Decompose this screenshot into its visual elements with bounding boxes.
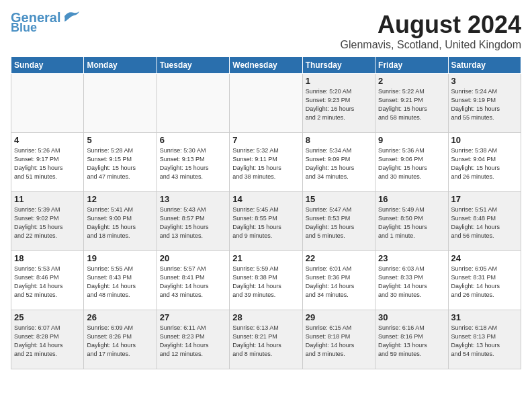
day-number: 26 — [87, 312, 153, 322]
day-number: 19 — [87, 253, 153, 263]
day-number: 23 — [378, 253, 445, 263]
calendar-cell: 25Sunrise: 6:07 AM Sunset: 8:28 PM Dayli… — [11, 310, 84, 369]
day-info: Sunrise: 5:36 AM Sunset: 9:06 PM Dayligh… — [378, 146, 445, 181]
page-header: General Blue August 2024 Glenmavis, Scot… — [11, 11, 521, 51]
month-year-title: August 2024 — [341, 11, 521, 39]
day-info: Sunrise: 5:53 AM Sunset: 8:46 PM Dayligh… — [14, 265, 81, 300]
day-number: 20 — [160, 253, 226, 263]
day-info: Sunrise: 5:49 AM Sunset: 8:50 PM Dayligh… — [378, 205, 445, 240]
day-number: 6 — [160, 135, 226, 145]
day-info: Sunrise: 5:28 AM Sunset: 9:15 PM Dayligh… — [87, 146, 153, 181]
day-info: Sunrise: 6:11 AM Sunset: 8:23 PM Dayligh… — [160, 324, 226, 359]
calendar-week-row: 11Sunrise: 5:39 AM Sunset: 9:02 PM Dayli… — [11, 192, 521, 251]
calendar-cell: 17Sunrise: 5:51 AM Sunset: 8:48 PM Dayli… — [448, 192, 521, 251]
day-number: 15 — [306, 194, 372, 204]
calendar-cell — [11, 74, 84, 133]
day-number: 16 — [378, 194, 445, 204]
day-info: Sunrise: 5:45 AM Sunset: 8:55 PM Dayligh… — [232, 205, 299, 240]
calendar-cell: 10Sunrise: 5:38 AM Sunset: 9:04 PM Dayli… — [448, 133, 521, 192]
logo-blue: Blue — [11, 21, 37, 34]
weekday-header-wednesday: Wednesday — [230, 57, 302, 74]
calendar-cell: 16Sunrise: 5:49 AM Sunset: 8:50 PM Dayli… — [375, 192, 448, 251]
calendar-cell: 20Sunrise: 5:57 AM Sunset: 8:41 PM Dayli… — [157, 251, 229, 310]
day-number: 21 — [232, 253, 299, 263]
day-number: 8 — [306, 135, 372, 145]
calendar-header-row: SundayMondayTuesdayWednesdayThursdayFrid… — [11, 57, 521, 74]
day-info: Sunrise: 6:15 AM Sunset: 8:18 PM Dayligh… — [306, 324, 372, 359]
day-info: Sunrise: 5:34 AM Sunset: 9:09 PM Dayligh… — [306, 146, 372, 181]
location-subtitle: Glenmavis, Scotland, United Kingdom — [341, 39, 521, 51]
calendar-week-row: 18Sunrise: 5:53 AM Sunset: 8:46 PM Dayli… — [11, 251, 521, 310]
calendar-cell: 24Sunrise: 6:05 AM Sunset: 8:31 PM Dayli… — [448, 251, 521, 310]
calendar-cell: 13Sunrise: 5:43 AM Sunset: 8:57 PM Dayli… — [157, 192, 229, 251]
calendar-cell: 12Sunrise: 5:41 AM Sunset: 9:00 PM Dayli… — [84, 192, 157, 251]
calendar-cell: 22Sunrise: 6:01 AM Sunset: 8:36 PM Dayli… — [302, 251, 375, 310]
day-info: Sunrise: 6:13 AM Sunset: 8:21 PM Dayligh… — [232, 324, 299, 359]
calendar-week-row: 25Sunrise: 6:07 AM Sunset: 8:28 PM Dayli… — [11, 310, 521, 369]
day-number: 9 — [378, 135, 445, 145]
calendar-cell: 2Sunrise: 5:22 AM Sunset: 9:21 PM Daylig… — [375, 74, 448, 133]
day-info: Sunrise: 5:43 AM Sunset: 8:57 PM Dayligh… — [160, 205, 226, 240]
day-number: 7 — [232, 135, 299, 145]
day-info: Sunrise: 5:26 AM Sunset: 9:17 PM Dayligh… — [14, 146, 81, 181]
day-number: 12 — [87, 194, 153, 204]
calendar-cell: 30Sunrise: 6:16 AM Sunset: 8:16 PM Dayli… — [375, 310, 448, 369]
day-info: Sunrise: 5:55 AM Sunset: 8:43 PM Dayligh… — [87, 265, 153, 300]
day-info: Sunrise: 5:57 AM Sunset: 8:41 PM Dayligh… — [160, 265, 226, 300]
day-number: 14 — [232, 194, 299, 204]
day-info: Sunrise: 5:39 AM Sunset: 9:02 PM Dayligh… — [14, 205, 81, 240]
weekday-header-tuesday: Tuesday — [157, 57, 229, 74]
calendar-cell: 23Sunrise: 6:03 AM Sunset: 8:33 PM Dayli… — [375, 251, 448, 310]
calendar-cell: 4Sunrise: 5:26 AM Sunset: 9:17 PM Daylig… — [11, 133, 84, 192]
day-info: Sunrise: 5:59 AM Sunset: 8:38 PM Dayligh… — [232, 265, 299, 300]
calendar-cell: 21Sunrise: 5:59 AM Sunset: 8:38 PM Dayli… — [230, 251, 302, 310]
day-number: 1 — [306, 76, 372, 86]
calendar-week-row: 1Sunrise: 5:20 AM Sunset: 9:23 PM Daylig… — [11, 74, 521, 133]
calendar-cell: 28Sunrise: 6:13 AM Sunset: 8:21 PM Dayli… — [230, 310, 302, 369]
weekday-header-friday: Friday — [375, 57, 448, 74]
weekday-header-saturday: Saturday — [448, 57, 521, 74]
day-number: 11 — [14, 194, 81, 204]
day-info: Sunrise: 5:41 AM Sunset: 9:00 PM Dayligh… — [87, 205, 153, 240]
logo-bird-icon — [62, 9, 81, 23]
weekday-header-monday: Monday — [84, 57, 157, 74]
day-number: 28 — [232, 312, 299, 322]
day-number: 24 — [451, 253, 518, 263]
calendar-cell: 15Sunrise: 5:47 AM Sunset: 8:53 PM Dayli… — [302, 192, 375, 251]
logo: General Blue — [11, 11, 81, 34]
calendar-cell: 1Sunrise: 5:20 AM Sunset: 9:23 PM Daylig… — [302, 74, 375, 133]
calendar-cell — [157, 74, 229, 133]
day-info: Sunrise: 6:16 AM Sunset: 8:16 PM Dayligh… — [378, 324, 445, 359]
calendar-cell: 27Sunrise: 6:11 AM Sunset: 8:23 PM Dayli… — [157, 310, 229, 369]
calendar-cell: 3Sunrise: 5:24 AM Sunset: 9:19 PM Daylig… — [448, 74, 521, 133]
day-number: 4 — [14, 135, 81, 145]
day-number: 18 — [14, 253, 81, 263]
day-number: 5 — [87, 135, 153, 145]
day-info: Sunrise: 5:22 AM Sunset: 9:21 PM Dayligh… — [378, 87, 445, 122]
day-number: 13 — [160, 194, 226, 204]
day-info: Sunrise: 5:30 AM Sunset: 9:13 PM Dayligh… — [160, 146, 226, 181]
day-info: Sunrise: 5:51 AM Sunset: 8:48 PM Dayligh… — [451, 205, 518, 240]
calendar-cell: 7Sunrise: 5:32 AM Sunset: 9:11 PM Daylig… — [230, 133, 302, 192]
calendar-week-row: 4Sunrise: 5:26 AM Sunset: 9:17 PM Daylig… — [11, 133, 521, 192]
calendar-cell: 11Sunrise: 5:39 AM Sunset: 9:02 PM Dayli… — [11, 192, 84, 251]
day-info: Sunrise: 6:03 AM Sunset: 8:33 PM Dayligh… — [378, 265, 445, 300]
day-number: 17 — [451, 194, 518, 204]
calendar-cell: 31Sunrise: 6:18 AM Sunset: 8:13 PM Dayli… — [448, 310, 521, 369]
day-info: Sunrise: 5:47 AM Sunset: 8:53 PM Dayligh… — [306, 205, 372, 240]
day-number: 22 — [306, 253, 372, 263]
calendar-cell: 18Sunrise: 5:53 AM Sunset: 8:46 PM Dayli… — [11, 251, 84, 310]
day-info: Sunrise: 6:05 AM Sunset: 8:31 PM Dayligh… — [451, 265, 518, 300]
day-info: Sunrise: 6:09 AM Sunset: 8:26 PM Dayligh… — [87, 324, 153, 359]
day-info: Sunrise: 5:32 AM Sunset: 9:11 PM Dayligh… — [232, 146, 299, 181]
day-number: 2 — [378, 76, 445, 86]
day-number: 25 — [14, 312, 81, 322]
day-number: 31 — [451, 312, 518, 322]
calendar-cell: 19Sunrise: 5:55 AM Sunset: 8:43 PM Dayli… — [84, 251, 157, 310]
weekday-header-thursday: Thursday — [302, 57, 375, 74]
day-info: Sunrise: 6:18 AM Sunset: 8:13 PM Dayligh… — [451, 324, 518, 359]
day-info: Sunrise: 6:07 AM Sunset: 8:28 PM Dayligh… — [14, 324, 81, 359]
day-number: 10 — [451, 135, 518, 145]
calendar-cell: 5Sunrise: 5:28 AM Sunset: 9:15 PM Daylig… — [84, 133, 157, 192]
calendar-cell: 8Sunrise: 5:34 AM Sunset: 9:09 PM Daylig… — [302, 133, 375, 192]
